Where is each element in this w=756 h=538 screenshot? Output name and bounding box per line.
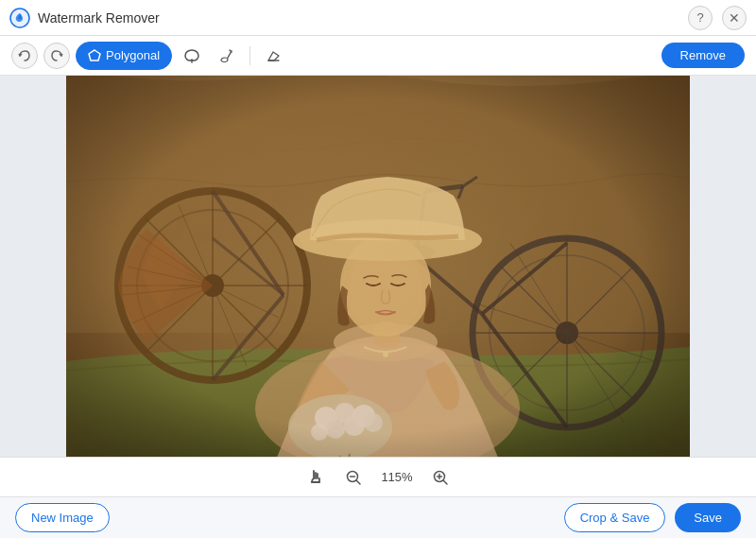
svg-line-61 — [356, 480, 360, 484]
image-container[interactable] — [66, 76, 690, 457]
photo-svg — [66, 76, 690, 457]
redo-icon — [50, 49, 63, 62]
redo-button[interactable] — [43, 43, 70, 69]
undo-icon — [18, 49, 31, 62]
app-logo-icon — [9, 8, 30, 28]
toolbar-divider — [249, 46, 250, 65]
actionbar: New Image Crop & Save Save — [0, 496, 756, 538]
eraser-icon — [266, 47, 283, 64]
polygonal-icon — [88, 49, 101, 62]
remove-button[interactable]: Remove — [662, 43, 745, 68]
statusbar: 115% — [0, 457, 756, 496]
svg-marker-1 — [89, 50, 100, 61]
action-right: Crop & Save Save — [564, 503, 741, 532]
brush-tool-button[interactable] — [212, 42, 240, 70]
zoom-level: 115% — [378, 470, 416, 484]
titlebar-left: Watermark Remover — [9, 8, 160, 28]
lasso-icon — [183, 47, 200, 64]
help-button[interactable]: ? — [688, 6, 713, 30]
hand-tool-button[interactable] — [302, 464, 329, 491]
photo-display — [66, 76, 690, 457]
svg-rect-57 — [66, 76, 690, 457]
close-button[interactable]: ✕ — [722, 6, 747, 30]
zoom-out-button[interactable] — [340, 464, 367, 491]
brush-icon — [217, 47, 234, 64]
zoom-out-icon — [345, 469, 362, 486]
main-content — [0, 76, 756, 457]
hand-icon — [306, 468, 325, 487]
zoom-in-icon — [432, 469, 449, 486]
toolbar: Polygonal Remove — [0, 36, 756, 76]
crop-save-button[interactable]: Crop & Save — [564, 503, 666, 532]
titlebar: Watermark Remover ? ✕ — [0, 0, 756, 36]
save-button[interactable]: Save — [675, 503, 741, 532]
zoom-in-button[interactable] — [427, 464, 454, 491]
lasso-tool-button[interactable] — [178, 42, 206, 70]
app-title: Watermark Remover — [38, 10, 160, 26]
undo-button[interactable] — [11, 43, 38, 69]
polygonal-tool-button[interactable]: Polygonal — [76, 42, 172, 70]
new-image-button[interactable]: New Image — [15, 503, 110, 532]
titlebar-controls: ? ✕ — [688, 6, 747, 30]
svg-line-65 — [443, 480, 447, 484]
eraser-tool-button[interactable] — [260, 42, 288, 70]
